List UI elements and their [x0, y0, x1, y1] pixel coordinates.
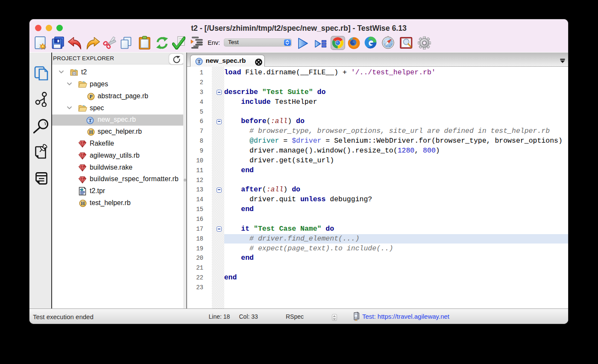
svg-text:H: H — [81, 201, 85, 206]
svg-text:T: T — [88, 118, 92, 123]
svg-text:H: H — [89, 130, 93, 135]
svg-text:P: P — [89, 94, 92, 99]
svg-text:T: T — [197, 59, 201, 64]
